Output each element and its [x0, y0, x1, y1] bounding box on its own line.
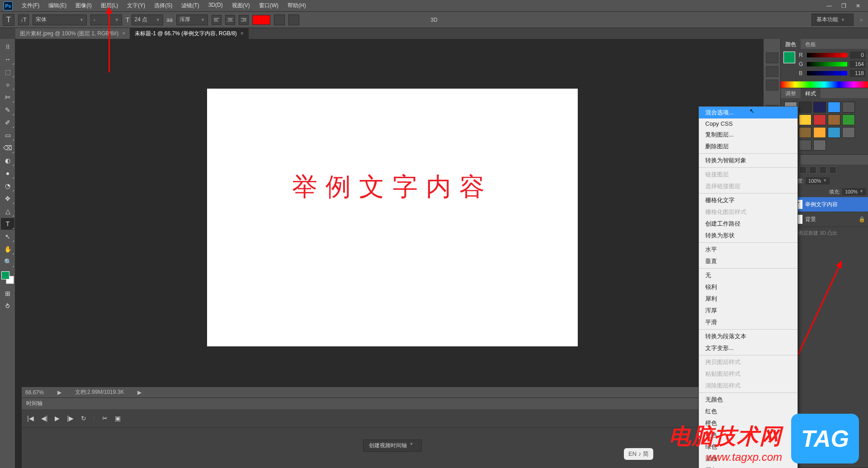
- tool-mode-button[interactable]: ⊞: [1, 288, 14, 299]
- red-slider[interactable]: R0: [799, 52, 865, 59]
- tool-button[interactable]: ✥: [1, 193, 14, 204]
- menu-item[interactable]: 文字(Y): [123, 0, 150, 11]
- context-menu-item[interactable]: 紫色: [699, 464, 797, 468]
- style-swatch[interactable]: [842, 127, 855, 138]
- tool-button[interactable]: ✐: [1, 117, 14, 128]
- style-swatch[interactable]: [842, 102, 855, 113]
- context-menu-item[interactable]: 无颜色: [699, 394, 797, 406]
- context-menu-item[interactable]: 无: [699, 269, 797, 281]
- create-video-timeline-button[interactable]: 创建视频时间轴 ▼: [363, 440, 422, 452]
- tool-button[interactable]: ↔: [1, 53, 14, 65]
- context-menu-item[interactable]: 平滑: [699, 317, 797, 328]
- timeline-play-button[interactable]: ▶: [55, 415, 60, 422]
- style-swatch[interactable]: [813, 114, 826, 125]
- styles-tab[interactable]: 样式: [801, 88, 821, 98]
- align-center-button[interactable]: [225, 15, 235, 25]
- tool-button[interactable]: ◐: [1, 155, 14, 166]
- green-slider[interactable]: G164: [799, 61, 865, 68]
- antialias-select[interactable]: 浑厚▼: [176, 14, 208, 25]
- tool-mode-button[interactable]: ⥁: [1, 300, 14, 312]
- context-menu-item[interactable]: 栅格化文字: [699, 194, 797, 206]
- history-icon[interactable]: [766, 52, 778, 63]
- tool-button[interactable]: ⟐: [1, 79, 14, 90]
- canvas-text-layer[interactable]: 举例文字内容: [207, 170, 578, 204]
- language-badge[interactable]: EN ♪ 简: [624, 448, 653, 460]
- character-icon[interactable]: [766, 66, 778, 77]
- tool-button[interactable]: T: [1, 218, 14, 230]
- timeline-split-button[interactable]: ✂: [102, 415, 108, 422]
- tool-button[interactable]: ◔: [1, 180, 14, 192]
- three-d-button[interactable]: 3D: [430, 17, 437, 23]
- minimize-button[interactable]: —: [824, 3, 835, 9]
- menu-item[interactable]: 图像(I): [71, 0, 96, 11]
- font-style-select[interactable]: -▼: [90, 14, 122, 25]
- menu-item[interactable]: 窗口(W): [255, 0, 283, 11]
- tool-button[interactable]: ✎: [1, 104, 14, 116]
- timeline-transition-button[interactable]: ▣: [115, 415, 121, 422]
- close-tab-icon[interactable]: ×: [122, 30, 125, 37]
- tool-button[interactable]: ⬚: [1, 66, 14, 78]
- context-menu-item[interactable]: 转换为段落文本: [699, 331, 797, 342]
- menu-item[interactable]: 图层(L): [96, 0, 123, 11]
- tool-button[interactable]: ●: [1, 167, 14, 179]
- collapse-panels-button[interactable]: »: [857, 17, 865, 23]
- tool-button[interactable]: ✄: [1, 91, 14, 103]
- document-tab[interactable]: 未标题-1 @ 66.7% (举例文字内容, RGB/8)×: [130, 28, 249, 39]
- timeline-next-button[interactable]: |▶: [67, 415, 74, 422]
- context-menu-item[interactable]: 水平: [699, 244, 797, 255]
- style-swatch[interactable]: [842, 114, 855, 125]
- tool-button[interactable]: ▭: [1, 129, 14, 141]
- align-right-button[interactable]: [239, 15, 249, 25]
- context-menu-item[interactable]: 浑厚: [699, 305, 797, 317]
- fg-bg-colors[interactable]: [1, 271, 14, 284]
- context-menu-item[interactable]: 文字变形...: [699, 342, 797, 354]
- style-swatch[interactable]: [828, 114, 840, 125]
- menu-item[interactable]: 滤镜(T): [177, 0, 203, 11]
- font-size-select[interactable]: 24 点▼: [132, 14, 163, 25]
- menu-item[interactable]: 3D(D): [204, 0, 227, 11]
- fg-color-swatch[interactable]: [1, 271, 9, 279]
- blue-slider[interactable]: B118: [799, 70, 865, 77]
- style-swatch[interactable]: [813, 140, 826, 151]
- context-menu-item[interactable]: Copy CSS: [699, 118, 797, 129]
- style-swatch[interactable]: [813, 102, 826, 113]
- context-menu-item[interactable]: 混合选项...: [699, 107, 797, 118]
- style-swatch[interactable]: [799, 127, 811, 138]
- style-swatch[interactable]: [799, 140, 811, 151]
- menu-item[interactable]: 视图(V): [227, 0, 255, 11]
- menu-item[interactable]: 选择(S): [150, 0, 177, 11]
- filter-shape-icon[interactable]: [819, 166, 826, 174]
- text-color-swatch[interactable]: [252, 15, 270, 25]
- style-swatch[interactable]: [828, 102, 840, 113]
- context-menu-item[interactable]: 垂直: [699, 255, 797, 267]
- document-tab[interactable]: 图片素材.jpeg @ 100% (图层 1, RGB/8#)×: [15, 28, 130, 39]
- menu-item[interactable]: 编辑(E): [44, 0, 71, 11]
- style-swatch[interactable]: [813, 127, 826, 138]
- adjustments-tab[interactable]: 调整: [781, 88, 801, 98]
- font-family-select[interactable]: 宋体▼: [33, 14, 87, 25]
- timeline-loop-button[interactable]: ↻: [81, 415, 86, 422]
- warp-text-button[interactable]: [274, 14, 285, 25]
- context-menu-item[interactable]: 犀利: [699, 293, 797, 305]
- zoom-value[interactable]: 66.67%: [25, 389, 44, 396]
- context-menu-item[interactable]: 锐利: [699, 281, 797, 293]
- align-left-button[interactable]: [212, 15, 222, 25]
- tools-grip[interactable]: ⁞⁞: [1, 41, 14, 52]
- text-orientation-button[interactable]: ↓T: [18, 14, 29, 25]
- filter-pixel-icon[interactable]: [799, 166, 807, 174]
- tool-button[interactable]: ✋: [1, 243, 14, 255]
- swatches-tab[interactable]: 色板: [801, 39, 821, 49]
- close-tab-icon[interactable]: ×: [241, 30, 244, 37]
- fill-field[interactable]: 填充: 100%▼: [829, 188, 866, 195]
- workspace-switcher[interactable]: 基本功能▼: [811, 14, 854, 26]
- color-foreground-swatch[interactable]: [783, 52, 795, 63]
- context-menu-item[interactable]: 创建工作路径: [699, 218, 797, 230]
- context-menu-item[interactable]: 删除图层: [699, 141, 797, 152]
- tool-button[interactable]: ↖: [1, 231, 14, 242]
- menu-item[interactable]: 文件(F): [17, 0, 44, 11]
- close-button[interactable]: ✕: [853, 3, 863, 9]
- character-panel-button[interactable]: [288, 14, 299, 25]
- canvas[interactable]: 举例文字内容: [207, 89, 578, 346]
- color-tab[interactable]: 颜色: [781, 39, 801, 49]
- style-swatch[interactable]: [799, 102, 811, 113]
